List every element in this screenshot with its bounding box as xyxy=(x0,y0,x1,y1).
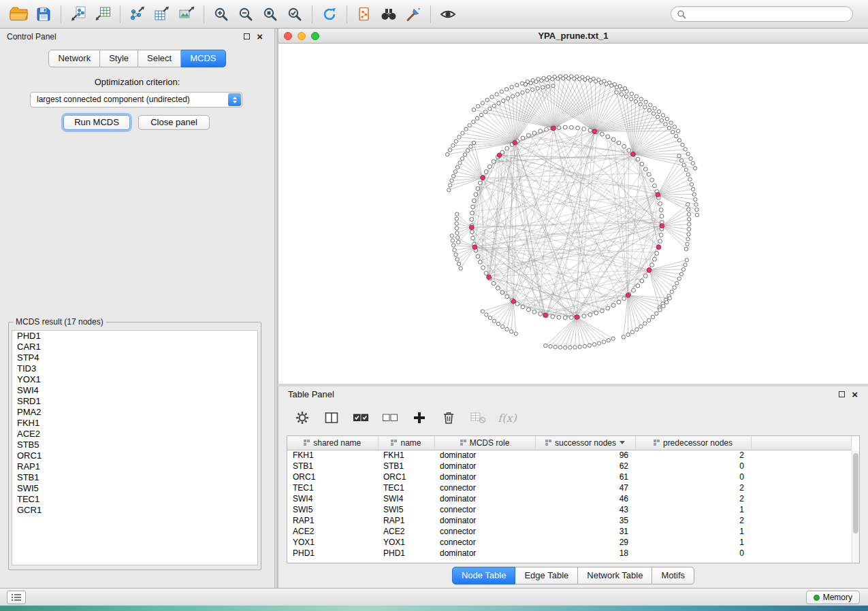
mcds-result-item[interactable]: SRD1 xyxy=(12,396,257,407)
import-network-button[interactable] xyxy=(66,3,91,26)
tab-edge-table[interactable]: Edge Table xyxy=(515,567,578,584)
desktop-wallpaper xyxy=(0,606,868,611)
table-row[interactable]: FKH1FKH1dominator962 xyxy=(287,450,852,461)
tab-select[interactable]: Select xyxy=(138,50,181,67)
cell-filler xyxy=(751,537,852,548)
close-panel-icon[interactable]: × xyxy=(852,388,858,401)
mcds-result-item[interactable]: TEC1 xyxy=(12,494,257,505)
table-row[interactable]: SWI5SWI5connector431 xyxy=(287,504,852,515)
column-header-name[interactable]: name xyxy=(378,436,434,450)
delete-column-button[interactable] xyxy=(440,409,457,427)
float-panel-icon[interactable] xyxy=(244,33,250,39)
mcds-result-item[interactable]: ORC1 xyxy=(12,450,257,461)
style-wand-button[interactable] xyxy=(401,3,425,26)
export-image-button[interactable] xyxy=(174,3,199,26)
mcds-result-item[interactable]: ACE2 xyxy=(12,429,257,440)
cell-mcds-role: connector xyxy=(434,482,535,493)
column-header-predecessor-nodes[interactable]: predecessor nodes xyxy=(635,436,751,450)
deselect-all-rows-button[interactable] xyxy=(381,409,399,427)
zoom-out-button[interactable] xyxy=(234,3,258,26)
cell-filler xyxy=(751,461,852,472)
cell-name: SWI5 xyxy=(378,504,434,515)
show-columns-button[interactable] xyxy=(323,409,340,427)
node-table[interactable]: shared namenameMCDS rolesuccessor nodesp… xyxy=(287,435,860,563)
open-file-button[interactable] xyxy=(7,3,31,26)
table-row[interactable]: YOX1YOX1connector291 xyxy=(287,537,852,548)
cell-name: STB1 xyxy=(378,461,434,472)
table-row[interactable]: TEC1TEC1connector472 xyxy=(287,482,852,493)
table-scrollbar[interactable] xyxy=(852,450,859,563)
run-mcds-button[interactable]: Run MCDS xyxy=(63,115,130,130)
show-graphics-details-button[interactable] xyxy=(436,3,460,26)
task-history-button[interactable] xyxy=(7,591,26,604)
mcds-result-item[interactable]: SWI5 xyxy=(12,483,257,494)
search-box[interactable] xyxy=(671,6,853,22)
mcds-result-list[interactable]: PHD1CAR1STP4TID3YOX1SWI4SRD1PMA2FKH1ACE2… xyxy=(12,330,258,565)
tab-network[interactable]: Network xyxy=(48,50,100,67)
tab-motifs[interactable]: Motifs xyxy=(652,567,694,584)
optimization-criterion-select[interactable]: largest connected component (undirected) xyxy=(30,92,242,108)
scrollbar-thumb[interactable] xyxy=(853,453,858,533)
toolbar-separator xyxy=(312,5,312,23)
table-row[interactable]: RAP1RAP1dominator352 xyxy=(287,515,852,526)
floppy-disk-icon xyxy=(35,6,52,22)
cell-mcds-role: connector xyxy=(434,504,535,515)
mcds-result-item[interactable]: CAR1 xyxy=(12,342,257,352)
tab-style[interactable]: Style xyxy=(100,50,138,67)
mcds-result-item[interactable]: FKH1 xyxy=(12,418,257,429)
cell-predecessor-nodes: 2 xyxy=(635,482,751,493)
mcds-result-item[interactable]: RAP1 xyxy=(12,461,257,472)
cell-predecessor-nodes: 0 xyxy=(635,461,751,472)
zoom-out-icon xyxy=(238,6,254,22)
column-header-mcds-role[interactable]: MCDS role xyxy=(434,436,535,450)
mcds-result-item[interactable]: TID3 xyxy=(12,363,257,374)
mcds-result-item[interactable]: STP4 xyxy=(12,352,257,363)
table-row[interactable]: STB1STB1dominator620 xyxy=(287,461,852,472)
mcds-result-item[interactable]: SWI4 xyxy=(12,385,257,396)
float-panel-icon[interactable] xyxy=(839,391,845,397)
network-canvas[interactable] xyxy=(278,44,868,384)
cell-mcds-role: dominator xyxy=(434,472,535,482)
export-network-button[interactable] xyxy=(125,3,150,26)
column-header-shared-name[interactable]: shared name xyxy=(287,436,378,450)
mcds-result-item[interactable]: YOX1 xyxy=(12,374,257,385)
table-row[interactable]: PHD1PHD1dominator180 xyxy=(287,548,852,559)
close-panel-icon[interactable]: × xyxy=(257,30,263,44)
toolbar-separator xyxy=(430,5,431,23)
network-graph[interactable] xyxy=(278,44,868,384)
tab-mcds[interactable]: MCDS xyxy=(181,50,225,67)
table-header-row: shared namenameMCDS rolesuccessor nodesp… xyxy=(287,436,852,450)
zoom-fit-button[interactable] xyxy=(258,3,283,26)
network-from-selection-button[interactable] xyxy=(352,3,376,26)
mcds-result-item[interactable]: PMA2 xyxy=(12,407,257,418)
find-button[interactable] xyxy=(376,3,401,26)
cell-shared-name: ACE2 xyxy=(287,526,378,537)
add-column-button[interactable] xyxy=(411,409,428,427)
table-row[interactable]: ORC1ORC1dominator610 xyxy=(287,472,852,482)
zoom-in-button[interactable] xyxy=(209,3,234,26)
mcds-result-item[interactable]: STB5 xyxy=(12,440,257,450)
refresh-view-button[interactable] xyxy=(317,3,342,26)
table-toolbar: f(x) xyxy=(278,404,868,431)
list-icon xyxy=(11,593,22,601)
mcds-result-item[interactable]: STB1 xyxy=(12,472,257,483)
cell-predecessor-nodes: 0 xyxy=(635,472,751,482)
table-settings-button[interactable] xyxy=(293,409,311,427)
export-table-button[interactable] xyxy=(150,3,174,26)
search-input[interactable] xyxy=(686,10,847,19)
select-all-rows-button[interactable] xyxy=(352,409,370,427)
cell-filler xyxy=(751,482,852,493)
save-session-button[interactable] xyxy=(31,3,56,26)
tab-network-table[interactable]: Network Table xyxy=(578,567,652,584)
table-row[interactable]: SWI4SWI4dominator462 xyxy=(287,493,852,504)
mcds-result-item[interactable]: GCR1 xyxy=(12,505,257,516)
tab-node-table[interactable]: Node Table xyxy=(452,567,516,584)
import-table-button[interactable] xyxy=(91,3,115,26)
memory-button[interactable]: Memory xyxy=(806,591,860,604)
mcds-result-item[interactable]: PHD1 xyxy=(12,331,257,342)
column-header-successor-nodes[interactable]: successor nodes xyxy=(535,436,635,450)
close-panel-button[interactable]: Close panel xyxy=(138,115,210,130)
sort-chevron-icon xyxy=(620,441,625,444)
table-row[interactable]: ACE2ACE2connector311 xyxy=(287,526,852,537)
zoom-selected-button[interactable] xyxy=(283,3,307,26)
